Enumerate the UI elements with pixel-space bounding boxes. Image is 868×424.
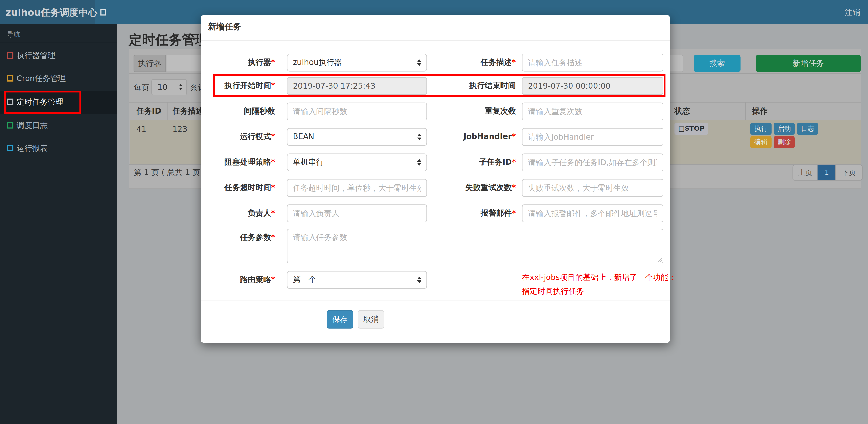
field-label-alarm-email: 报警邮件* <box>427 208 516 218</box>
field-label-run-mode: 运行模式* <box>201 132 275 142</box>
modal-header-divider <box>201 40 670 41</box>
block-strategy-value: 单机串行 <box>293 157 324 167</box>
select-caret-icon <box>417 159 422 166</box>
sidebar-item-label: 定时任务管理 <box>17 97 63 107</box>
field-label-end-time: 执行结束时间 <box>427 81 516 91</box>
executor-select-value: zuihou执行器 <box>293 58 342 67</box>
select-caret-icon <box>417 59 422 66</box>
sidebar: 导航 执行器管理 Cron任务管理 定时任务管理 调度日志 运行报表 <box>0 25 117 424</box>
square-icon <box>7 99 13 105</box>
task-desc-field[interactable] <box>522 54 663 71</box>
fail-retry-count-field[interactable] <box>522 179 663 197</box>
col-header-status: 状态 <box>674 106 690 117</box>
alarm-email-field[interactable] <box>522 204 663 222</box>
status-badge: □STOP <box>674 123 708 135</box>
field-label-child-task-id: 子任务ID* <box>427 157 516 167</box>
start-time-field[interactable]: 2019-07-30 17:25:43 <box>287 77 427 95</box>
run-mode-value: BEAN <box>293 132 314 141</box>
field-label-repeat-count: 重复次数 <box>427 106 516 117</box>
block-strategy-select[interactable]: 单机串行 <box>287 153 427 171</box>
sidebar-item-label: Cron任务管理 <box>17 74 66 84</box>
sidebar-item-cron-task-manage[interactable]: Cron任务管理 <box>0 67 117 90</box>
brand-title: zuihou任务调度中心 <box>0 0 95 25</box>
jobhandler-field[interactable] <box>522 128 663 146</box>
field-label-task-timeout: 任务超时时间* <box>201 183 275 193</box>
task-timeout-field[interactable] <box>287 179 427 197</box>
square-icon <box>7 144 13 151</box>
col-header-actions: 操作 <box>752 106 768 117</box>
pagination-page-1[interactable]: 1 <box>817 165 835 180</box>
log-button[interactable]: 日志 <box>797 123 818 135</box>
field-label-fail-retry-count: 失败重试次数* <box>427 183 516 193</box>
owner-field[interactable] <box>287 204 427 222</box>
cell-task-id: 41 <box>136 125 146 134</box>
interval-seconds-field[interactable] <box>287 103 427 120</box>
run-button[interactable]: 执行 <box>750 123 772 135</box>
search-button[interactable]: 搜索 <box>694 55 741 72</box>
modal-footer-divider <box>201 300 670 300</box>
sidebar-item-label: 运行报表 <box>17 143 48 153</box>
pagination-summary: 第 1 页 ( 总共 1 页, 1 <box>134 168 210 178</box>
app-canvas: zuihou任务调度中心 注销 导航 执行器管理 Cron任务管理 定时任务管理… <box>0 0 868 424</box>
pagination: 上页 1 下页 <box>793 165 863 181</box>
task-params-textarea[interactable] <box>287 229 663 263</box>
select-caret-icon <box>417 276 422 283</box>
start-button[interactable]: 启动 <box>774 123 795 135</box>
sidebar-divider <box>0 43 117 43</box>
sidebar-item-run-report[interactable]: 运行报表 <box>0 137 117 160</box>
field-label-task-params: 任务参数* <box>201 233 275 243</box>
per-page-select[interactable]: 10 <box>151 79 187 95</box>
edit-button[interactable]: 编辑 <box>750 136 772 148</box>
per-page-prefix: 每页 <box>134 83 149 93</box>
pagination-prev[interactable]: 上页 <box>793 165 818 180</box>
field-label-owner: 负责人* <box>201 208 275 218</box>
field-label-executor: 执行器* <box>201 58 275 67</box>
feature-note-line2: 指定时间执行任务 <box>522 287 584 296</box>
run-mode-select[interactable]: BEAN <box>287 128 427 146</box>
modal-title: 新增任务 <box>208 22 241 32</box>
child-task-id-field[interactable] <box>522 153 663 171</box>
page-title: 定时任务管理 <box>129 31 209 49</box>
route-strategy-select[interactable]: 第一个 <box>287 271 427 289</box>
sidebar-item-executor-manage[interactable]: 执行器管理 <box>0 44 117 67</box>
col-header-task-id: 任务ID <box>136 106 161 117</box>
sidebar-item-label: 调度日志 <box>17 121 48 131</box>
feature-note-line1: 在xxl-jobs项目的基础上，新增了一个功能： <box>522 273 676 283</box>
repeat-count-field[interactable] <box>522 103 663 120</box>
sidebar-item-label: 执行器管理 <box>17 51 56 61</box>
field-label-task-desc: 任务描述* <box>427 58 516 67</box>
field-label-route-strategy: 路由策略* <box>201 275 275 285</box>
square-icon <box>7 75 13 81</box>
field-label-interval-seconds: 间隔秒数 <box>201 106 275 117</box>
sidebar-toggle-icon[interactable] <box>100 9 106 15</box>
logout-link[interactable]: 注销 <box>845 0 861 25</box>
field-label-block-strategy: 阻塞处理策略* <box>201 157 275 167</box>
sidebar-item-dispatch-log[interactable]: 调度日志 <box>0 114 117 137</box>
col-header-task-desc: 任务描述 <box>173 106 204 117</box>
executor-filter-addon: 执行器 <box>134 55 166 72</box>
add-task-modal: 新增任务 执行器* zuihou执行器 任务描述* 执行开始时间* 2019-0… <box>201 15 670 343</box>
sidebar-item-scheduled-task-manage[interactable]: 定时任务管理 <box>0 91 117 113</box>
route-strategy-value: 第一个 <box>293 275 316 285</box>
per-page-value: 10 <box>157 83 167 91</box>
executor-select[interactable]: zuihou执行器 <box>287 54 427 71</box>
sidebar-nav-label: 导航 <box>7 30 20 39</box>
add-task-button[interactable]: 新增任务 <box>756 55 861 72</box>
square-icon <box>7 52 13 59</box>
field-label-jobhandler: JobHandler* <box>427 132 516 141</box>
cell-task-desc: 123 <box>173 125 187 134</box>
delete-button[interactable]: 删除 <box>774 136 795 148</box>
pagination-next[interactable]: 下页 <box>835 165 862 180</box>
cancel-button[interactable]: 取消 <box>358 311 384 329</box>
end-time-field[interactable]: 2019-07-30 00:00:00 <box>522 77 663 95</box>
square-icon <box>7 122 13 129</box>
save-button[interactable]: 保存 <box>327 311 353 329</box>
select-caret-icon <box>417 134 422 140</box>
field-label-start-time: 执行开始时间* <box>201 81 275 91</box>
